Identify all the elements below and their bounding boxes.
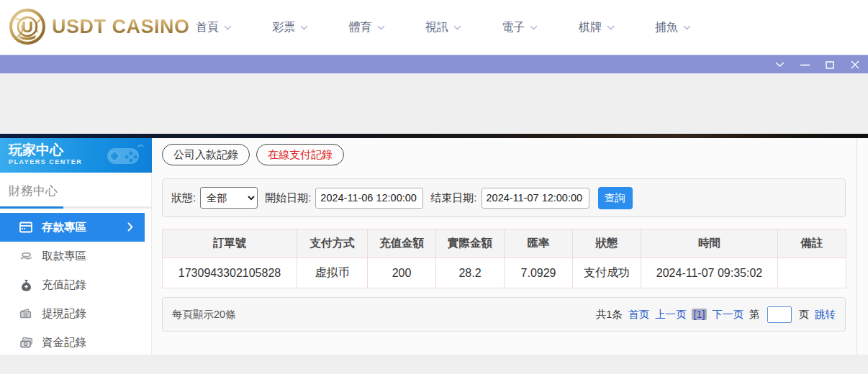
sidebar-menu: 存款專區 取款專區 充值記錄 提現記: [0, 213, 151, 357]
filter-bar: 狀態: 全部 開始日期: 结束日期: 查詢: [162, 178, 846, 217]
pagination-bar: 每頁顯示20條 共1条 首页 上一页 [1] 下一页 第 页 跳转: [162, 297, 846, 332]
page-size-text: 每頁顯示20條: [172, 308, 236, 321]
nav-item-live-video[interactable]: 視訊: [425, 20, 461, 35]
col-actual-amount: 實際金額: [436, 229, 505, 258]
sidebar-item-label: 充值記錄: [42, 278, 86, 293]
start-date-label: 開始日期:: [265, 191, 311, 205]
table-row: 1730943302105828 虚拟币 200 28.2 7.0929 支付成…: [163, 258, 846, 288]
jump-page-input[interactable]: [767, 306, 792, 323]
sidebar-item-label: 取款專區: [42, 249, 86, 264]
hand-money-icon: [19, 250, 32, 263]
chevron-down-icon: [453, 25, 461, 30]
deposit-records-table: 訂單號 支付方式 充值金額 實際金額 匯率 狀態 時間 備註 173094330…: [162, 229, 846, 288]
window-controls: [774, 55, 861, 74]
start-date-input[interactable]: [315, 188, 423, 209]
cell-time: 2024-11-07 09:35:02: [641, 258, 778, 288]
tab-company-deposit-records[interactable]: 公司入款記錄: [162, 144, 250, 165]
total-count: 共1条: [596, 308, 623, 321]
window-close-icon[interactable]: [849, 59, 861, 70]
window-minimize-icon[interactable]: [799, 59, 810, 70]
end-date-label: 结束日期:: [430, 191, 476, 205]
table-header-row: 訂單號 支付方式 充值金額 實際金額 匯率 狀態 時間 備註: [163, 229, 846, 258]
svg-text:U: U: [22, 18, 33, 36]
nav-item-board-games[interactable]: 棋牌: [579, 20, 615, 35]
main-content: 公司入款記錄 在線支付記錄 狀態: 全部 開始日期: 结束日期: 查詢 訂單號: [152, 138, 868, 355]
sidebar-item-funds-records[interactable]: 資金記錄: [0, 328, 151, 357]
window-titlebar: [0, 55, 868, 73]
col-pay-method: 支付方式: [297, 229, 368, 258]
app-window: U USDT CASINO 首頁 彩票 體育 視訊 電子: [0, 0, 868, 374]
brand-name: USDT CASINO: [52, 16, 190, 38]
tab-online-payment-records[interactable]: 在線支付記錄: [256, 144, 344, 165]
sidebar-section-title: 財務中心: [9, 183, 151, 199]
main-nav: 首頁 彩票 體育 視訊 電子 棋牌: [196, 0, 691, 55]
chevron-down-icon: [377, 25, 385, 30]
cash-stack-icon: [19, 336, 32, 349]
usdt-casino-logo-icon: U: [9, 8, 46, 45]
deposit-card-icon: [19, 221, 32, 234]
site-header: U USDT CASINO 首頁 彩票 體育 視訊 電子: [0, 0, 868, 55]
cell-order-no: 1730943302105828: [163, 258, 297, 288]
cell-amount: 200: [368, 258, 436, 288]
cell-actual-amount: 28.2: [436, 258, 505, 288]
brand-logo[interactable]: U USDT CASINO: [9, 8, 190, 45]
chevron-down-icon: [300, 25, 308, 30]
sidebar-item-label: 存款專區: [42, 220, 86, 235]
nav-item-home[interactable]: 首頁: [196, 20, 232, 35]
chevron-down-icon: [607, 25, 615, 30]
col-time: 時間: [641, 229, 778, 258]
nav-item-lottery[interactable]: 彩票: [272, 20, 308, 35]
chevron-down-icon: [224, 25, 232, 30]
status-select[interactable]: 全部: [200, 187, 258, 209]
chevron-down-icon: [530, 25, 538, 30]
col-amount: 充值金額: [368, 229, 436, 258]
banknote-icon: [19, 307, 32, 320]
jump-prefix: 第: [749, 308, 760, 321]
gamepad-icon: [103, 141, 145, 170]
jump-button[interactable]: 跳转: [815, 308, 836, 321]
sidebar-item-label: 提現記錄: [42, 306, 86, 321]
jump-suffix: 页: [799, 308, 810, 321]
section-underline: [0, 206, 152, 209]
current-page-indicator: [1]: [692, 309, 706, 320]
cell-pay-method: 虚拟币: [297, 258, 368, 288]
chevron-right-icon: [127, 222, 133, 234]
sidebar-item-withdraw-zone[interactable]: 取款專區: [0, 242, 151, 270]
search-button[interactable]: 查詢: [598, 187, 633, 209]
prev-page-link[interactable]: 上一页: [655, 308, 687, 321]
player-center-sidebar: 玩家中心 PLAYERS CENTER 財務中心 存款專區: [0, 138, 152, 355]
cell-remark: [778, 258, 846, 288]
col-order-no: 訂單號: [163, 229, 297, 258]
cell-rate: 7.0929: [505, 258, 573, 288]
status-label: 狀態:: [171, 191, 196, 205]
chevron-down-icon: [683, 25, 691, 30]
cell-status: 支付成功: [573, 258, 641, 288]
sidebar-header: 玩家中心 PLAYERS CENTER: [0, 138, 152, 173]
nav-item-fishing[interactable]: 捕魚: [655, 20, 691, 35]
pager: 共1条 首页 上一页 [1] 下一页 第 页 跳转: [596, 306, 836, 323]
window-chevron-down-icon[interactable]: [774, 59, 785, 70]
money-bag-icon: [19, 278, 32, 291]
content-right-divider: [856, 138, 857, 355]
col-remark: 備註: [778, 229, 846, 258]
col-status: 狀態: [573, 229, 641, 258]
next-page-link[interactable]: 下一页: [713, 308, 744, 321]
nav-item-slots[interactable]: 電子: [502, 20, 538, 35]
sidebar-item-withdrawal-records[interactable]: 提現記錄: [0, 299, 151, 328]
end-date-input[interactable]: [482, 188, 589, 209]
record-tabs: 公司入款記錄 在線支付記錄: [162, 144, 344, 165]
window-maximize-icon[interactable]: [824, 59, 836, 70]
col-rate: 匯率: [505, 229, 573, 258]
nav-item-sports[interactable]: 體育: [349, 20, 385, 35]
sidebar-item-label: 資金記錄: [42, 335, 86, 350]
sidebar-item-recharge-records[interactable]: 充值記錄: [0, 270, 151, 299]
sidebar-item-deposit-zone[interactable]: 存款專區: [0, 213, 145, 242]
first-page-link[interactable]: 首页: [628, 308, 649, 321]
